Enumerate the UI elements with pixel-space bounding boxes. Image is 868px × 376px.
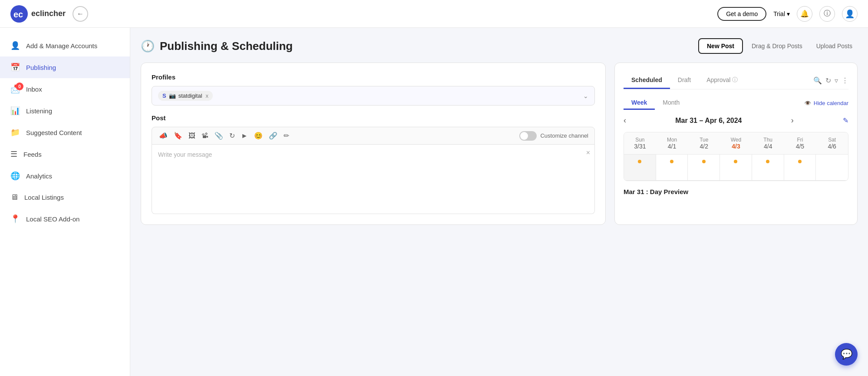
cal-edit-button[interactable]: ✎ bbox=[843, 116, 848, 125]
cal-cell-4/3[interactable] bbox=[720, 155, 752, 181]
profiles-chevron-icon: ⌄ bbox=[583, 92, 588, 99]
cal-day-header-4/5[interactable]: Fri 4/5 bbox=[784, 132, 816, 155]
day-name: Mon bbox=[658, 137, 686, 143]
top-nav: ec eclincher ← Get a demo Trial ▾ 🔔 ⓘ 👤 bbox=[0, 0, 868, 28]
tab-approval[interactable]: Approval ⓘ bbox=[699, 72, 746, 89]
day-num: 4/5 bbox=[786, 143, 815, 150]
sidebar-item-local-seo[interactable]: 📍 Local SEO Add-on bbox=[0, 208, 130, 230]
cal-grid: Sun 3/31 Mon 4/1 Tue 4/2 Wed 4/3 Thu 4/4… bbox=[624, 132, 848, 181]
app-name: eclincher bbox=[31, 9, 66, 18]
play-tool[interactable]: ► bbox=[240, 131, 249, 141]
event-dot bbox=[638, 160, 641, 163]
cal-cell-4/2[interactable] bbox=[688, 155, 720, 181]
cal-day-header-4/1[interactable]: Mon 4/1 bbox=[656, 132, 688, 155]
event-dot bbox=[702, 160, 706, 163]
bookmark-tool[interactable]: 🔖 bbox=[173, 131, 183, 141]
view-week[interactable]: Week bbox=[624, 96, 655, 110]
day-num: 4/6 bbox=[818, 143, 846, 150]
main-content: 🕐 Publishing & Scheduling New Post Drag … bbox=[130, 28, 868, 376]
post-form: Profiles S 📷 statdigital x ⌄ Post 📣 🔖 bbox=[141, 63, 606, 225]
cal-filter-button[interactable]: ▿ bbox=[835, 76, 838, 85]
upload-posts-button[interactable]: Upload Posts bbox=[811, 39, 858, 53]
profile-name: statdigital bbox=[178, 92, 202, 99]
nav-left: ec eclincher ← bbox=[10, 5, 88, 23]
message-close-button[interactable]: × bbox=[586, 149, 590, 157]
day-num: 3/31 bbox=[626, 143, 654, 150]
profile-tag-close[interactable]: x bbox=[206, 92, 209, 99]
cal-cell-4/4[interactable] bbox=[752, 155, 784, 181]
sidebar-label-inbox: Inbox bbox=[26, 86, 42, 93]
video-tool[interactable]: 📽 bbox=[201, 131, 209, 141]
emoji-tool[interactable]: 😊 bbox=[253, 131, 264, 141]
attachment-tool[interactable]: 📎 bbox=[214, 131, 224, 141]
profiles-input[interactable]: S 📷 statdigital x ⌄ bbox=[152, 86, 595, 106]
hide-calendar-button[interactable]: 👁️ Hide calendar bbox=[804, 100, 848, 106]
cal-day-header-3/31[interactable]: Sun 3/31 bbox=[624, 132, 656, 155]
sidebar-item-listening[interactable]: 📊 Listening bbox=[0, 100, 130, 122]
cal-day-header-4/2[interactable]: Tue 4/2 bbox=[688, 132, 720, 155]
sidebar-item-publishing[interactable]: 📅 Publishing bbox=[0, 56, 130, 78]
notifications-button[interactable]: 🔔 bbox=[797, 6, 812, 22]
image-tool[interactable]: 🖼 bbox=[188, 131, 196, 141]
drag-drop-button[interactable]: Drag & Drop Posts bbox=[746, 39, 808, 53]
sidebar-item-inbox[interactable]: 📩 0 Inbox bbox=[0, 78, 130, 100]
profile-tag: S 📷 statdigital x bbox=[158, 91, 213, 101]
sidebar-item-suggested-content[interactable]: 📁 Suggested Content bbox=[0, 122, 130, 143]
trial-button[interactable]: Trial ▾ bbox=[773, 10, 790, 17]
back-button[interactable]: ← bbox=[73, 6, 88, 22]
edit-tool[interactable]: ✏ bbox=[283, 131, 290, 141]
sidebar-item-feeds[interactable]: ☰ Feeds bbox=[0, 143, 130, 165]
calendar-panel: Scheduled Draft Approval ⓘ 🔍 ↻ ▿ ⋮ bbox=[614, 63, 858, 225]
trial-label: Trial bbox=[773, 10, 785, 17]
user-icon: 👤 bbox=[10, 41, 20, 50]
cal-refresh-button[interactable]: ↻ bbox=[825, 76, 831, 85]
calendar-tabs: Scheduled Draft Approval ⓘ 🔍 ↻ ▿ ⋮ bbox=[624, 72, 848, 89]
approval-info-icon: ⓘ bbox=[732, 76, 738, 84]
post-label: Post bbox=[152, 114, 595, 122]
user-profile-button[interactable]: 👤 bbox=[842, 6, 858, 22]
undo-tool[interactable]: ↻ bbox=[228, 131, 236, 141]
link-tool[interactable]: 🔗 bbox=[268, 131, 278, 141]
cal-day-header-4/3[interactable]: Wed 4/3 bbox=[720, 132, 752, 155]
cal-more-button[interactable]: ⋮ bbox=[842, 76, 848, 85]
new-post-button[interactable]: New Post bbox=[698, 38, 743, 54]
sidebar-item-local-listings[interactable]: 🖥 Local Listings bbox=[0, 187, 130, 208]
sidebar-item-analytics[interactable]: 🌐 Analytics bbox=[0, 165, 130, 187]
cal-day-header-4/6[interactable]: Sat 4/6 bbox=[816, 132, 848, 155]
sidebar-item-add-manage[interactable]: 👤 Add & Manage Accounts bbox=[0, 35, 130, 56]
seo-icon: 📍 bbox=[10, 214, 20, 224]
cal-next-button[interactable]: › bbox=[791, 116, 794, 125]
view-month[interactable]: Month bbox=[655, 96, 687, 110]
day-preview: Mar 31 : Day Preview bbox=[624, 188, 848, 195]
customize-switch[interactable] bbox=[519, 131, 537, 141]
clock-icon: 🕐 bbox=[141, 40, 155, 53]
cal-cell-4/5[interactable] bbox=[784, 155, 816, 181]
analytics-icon: 🌐 bbox=[10, 171, 20, 181]
cal-cell-4/6[interactable] bbox=[816, 155, 848, 181]
cal-cell-3/31[interactable] bbox=[624, 155, 656, 181]
main-cols: Profiles S 📷 statdigital x ⌄ Post 📣 🔖 bbox=[141, 63, 858, 225]
tab-scheduled[interactable]: Scheduled bbox=[624, 72, 670, 89]
tab-draft[interactable]: Draft bbox=[670, 72, 699, 89]
cal-prev-button[interactable]: ‹ bbox=[624, 116, 626, 125]
cal-cell-4/1[interactable] bbox=[656, 155, 688, 181]
sidebar-label-listings: Local Listings bbox=[24, 194, 64, 201]
message-area[interactable]: Write your message × bbox=[152, 145, 595, 214]
megaphone-tool[interactable]: 📣 bbox=[158, 131, 168, 141]
event-dot bbox=[798, 160, 802, 163]
cal-tab-actions: 🔍 ↻ ▿ ⋮ bbox=[813, 76, 848, 85]
cal-search-button[interactable]: 🔍 bbox=[813, 76, 822, 85]
profiles-label: Profiles bbox=[152, 73, 595, 81]
sidebar-label-publishing: Publishing bbox=[26, 64, 56, 71]
help-button[interactable]: ⓘ bbox=[819, 6, 835, 22]
day-name: Sat bbox=[818, 137, 846, 143]
day-name: Wed bbox=[722, 137, 750, 143]
sidebar-label-listening: Listening bbox=[26, 107, 52, 115]
chat-bubble[interactable]: 💬 bbox=[835, 343, 858, 366]
profile-s-icon: S bbox=[162, 92, 166, 99]
approval-label: Approval bbox=[706, 76, 730, 83]
demo-button[interactable]: Get a demo bbox=[717, 7, 766, 21]
cal-day-header-4/4[interactable]: Thu 4/4 bbox=[752, 132, 784, 155]
message-placeholder: Write your message bbox=[158, 151, 212, 158]
header-actions: New Post Drag & Drop Posts Upload Posts bbox=[698, 38, 858, 54]
